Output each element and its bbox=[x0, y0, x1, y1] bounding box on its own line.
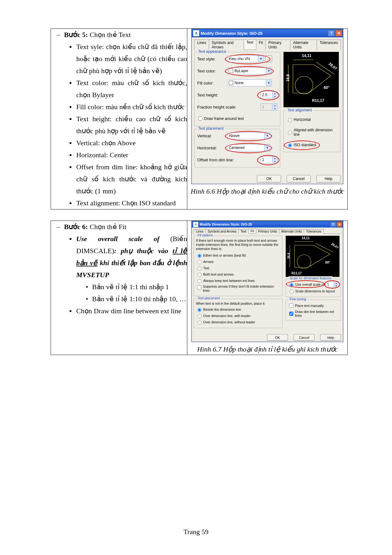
chevron-down-icon: ▼ bbox=[264, 133, 270, 139]
list-item: Horizontal: Center bbox=[69, 149, 187, 161]
radio-overall-scale[interactable]: Use overall scale of: 1 ▲▼ bbox=[288, 282, 339, 287]
radio-label: Either text or arrows (best fit) bbox=[203, 253, 246, 257]
radio-aligned[interactable]: Aligned with dimension line bbox=[286, 128, 338, 137]
help-button[interactable]: Help bbox=[320, 334, 341, 341]
draw-dim-line-checkbox[interactable]: Draw dim line between ext lines bbox=[288, 310, 339, 317]
label-horizontal: Horizontal: bbox=[197, 146, 227, 150]
radio-icon[interactable] bbox=[288, 118, 292, 122]
place-intro-text: When text is not in the default position… bbox=[196, 302, 280, 305]
tab-primary[interactable]: Primary Units bbox=[265, 40, 290, 50]
group-title: Text alignment bbox=[286, 108, 313, 112]
dialog-titlebar: A Modify Dimension Style: ISO-25 ? ✕ bbox=[192, 221, 343, 228]
radio-icon[interactable] bbox=[288, 131, 292, 135]
app-icon: A bbox=[193, 30, 199, 36]
text-color-dropdown[interactable]: ByLayer ▼ bbox=[227, 67, 272, 74]
step5-bullets: Text syle: chọn kiểu chữ đã thiết lập, h… bbox=[69, 41, 187, 209]
radio-over-noleader[interactable]: Over dimension line, without leader bbox=[196, 320, 280, 325]
radio-label: Both text and arrows bbox=[203, 272, 233, 276]
tab-text[interactable]: Text bbox=[238, 229, 248, 234]
ok-button[interactable]: OK bbox=[267, 334, 288, 341]
cancel-button[interactable]: Cancel bbox=[294, 334, 314, 341]
offset-value: 1 bbox=[262, 158, 264, 162]
radio-icon[interactable] bbox=[197, 321, 202, 325]
radio-scale-layout[interactable]: Scale dimensions to layout bbox=[288, 289, 339, 294]
help-icon[interactable]: ? bbox=[330, 222, 336, 227]
tab-alternate[interactable]: Alternate Units bbox=[279, 229, 304, 234]
step6-text-cell: – Bước 6: Chọn thẻ Fit Use overall scale… bbox=[51, 221, 187, 355]
dim-top: 14,11 bbox=[302, 236, 309, 240]
tab-symbols[interactable]: Symbols and Arrows bbox=[209, 40, 244, 50]
radio-horizontal[interactable]: Horizontal bbox=[286, 117, 338, 122]
radio-either[interactable]: Either text or arrows (best fit) bbox=[196, 253, 280, 258]
fit-intro-text: If there isn't enough room to place both… bbox=[196, 239, 280, 251]
checkbox-icon[interactable] bbox=[198, 116, 202, 121]
tab-alternate[interactable]: Alternate Units bbox=[290, 40, 317, 50]
tab-tolerances[interactable]: Tolerances bbox=[304, 229, 323, 234]
text-style-dropdown[interactable]: Kieu chu VN ▼ bbox=[227, 55, 264, 62]
radio-both[interactable]: Both text and arrows bbox=[196, 272, 280, 277]
step6-label: Bước 6: bbox=[64, 223, 88, 231]
radio-iso[interactable]: ISO standard bbox=[286, 142, 338, 147]
overall-scale-spinner[interactable]: 1 ▲▼ bbox=[326, 282, 339, 287]
group-title: Scale for dimension features bbox=[289, 276, 333, 280]
tab-lines[interactable]: Lines bbox=[194, 40, 209, 50]
fill-color-dropdown[interactable]: None ▼ bbox=[227, 79, 272, 86]
dialog-tabs: Lines Symbols and Arrows Text Fit Primar… bbox=[194, 39, 340, 50]
tab-fit[interactable]: Fit bbox=[248, 229, 256, 234]
offset-spinner[interactable]: 1 ▲▼ bbox=[260, 156, 277, 163]
help-button[interactable]: Help bbox=[316, 175, 340, 183]
fill-color-value: None bbox=[234, 81, 244, 85]
help-icon[interactable]: ? bbox=[328, 30, 335, 36]
preview-drawing bbox=[286, 236, 339, 277]
list-item: Text color: màu chữ số kích thước, chọn … bbox=[69, 77, 187, 101]
close-icon[interactable]: ✕ bbox=[335, 30, 342, 36]
label-text-style: Text style: bbox=[197, 57, 227, 61]
radio-label: Beside the dimension line bbox=[203, 308, 241, 311]
list-item: Text height: chiều cao chữ số kích thước… bbox=[69, 113, 187, 137]
place-text-manually-checkbox[interactable]: Place text manually bbox=[288, 302, 339, 309]
browse-button[interactable]: ... bbox=[265, 55, 272, 62]
text-height-spinner[interactable]: 2.5 ▲▼ bbox=[260, 91, 277, 98]
close-icon[interactable]: ✕ bbox=[337, 222, 342, 227]
tab-fit[interactable]: Fit bbox=[256, 40, 266, 50]
bi: : phụ thuộc vào bbox=[114, 247, 173, 255]
radio-icon[interactable] bbox=[288, 143, 292, 147]
vertical-dropdown[interactable]: Above ▼ bbox=[227, 132, 270, 139]
radio-icon[interactable] bbox=[197, 279, 202, 283]
draw-frame-checkbox[interactable]: Draw frame around text bbox=[197, 115, 277, 122]
radio-icon[interactable] bbox=[197, 266, 202, 271]
checkbox-icon[interactable] bbox=[289, 312, 293, 316]
dimension-style-dialog-text: A Modify Dimension Style: ISO-25 ? ✕ Lin… bbox=[191, 29, 343, 184]
tab-tolerances[interactable]: Tolerances bbox=[317, 40, 341, 50]
radio-icon[interactable] bbox=[197, 308, 202, 312]
list-item: Bản vẽ tỉ lệ 1:10 thì nhập 10, … bbox=[86, 293, 187, 305]
radio-beside[interactable]: Beside the dimension line bbox=[196, 307, 280, 312]
fraction-scale-spinner: 1 ▲▼ bbox=[260, 103, 277, 110]
checkbox-icon[interactable] bbox=[289, 303, 293, 308]
check-label: Draw dim line between ext lines bbox=[295, 310, 339, 317]
radio-text[interactable]: Text bbox=[196, 265, 280, 271]
radio-icon[interactable] bbox=[289, 283, 294, 287]
horizontal-dropdown[interactable]: Centered ▼ bbox=[227, 144, 270, 151]
ok-button[interactable]: OK bbox=[257, 175, 281, 183]
radio-over-leader[interactable]: Over dimension line, with leader bbox=[196, 313, 280, 318]
preview-drawing bbox=[283, 52, 339, 107]
radio-arrows[interactable]: Arrows bbox=[196, 259, 280, 264]
suppress-arrows-checkbox[interactable]: Suppress arrows if they don't fit inside… bbox=[196, 284, 280, 293]
radio-icon[interactable] bbox=[197, 260, 202, 264]
label-text-color: Text color: bbox=[197, 69, 227, 73]
radio-icon[interactable] bbox=[197, 314, 202, 318]
radio-icon[interactable] bbox=[197, 254, 202, 258]
cancel-button[interactable]: Cancel bbox=[287, 175, 311, 183]
radio-label: Over dimension line, without leader bbox=[203, 320, 255, 324]
radio-always[interactable]: Always keep text between ext lines bbox=[196, 278, 280, 283]
tab-text[interactable]: Text bbox=[244, 39, 256, 50]
tab-primary[interactable]: Primary Units bbox=[256, 229, 279, 234]
group-text-placement: Text placement When text is not in the d… bbox=[194, 299, 283, 328]
text-style-value: Kieu chu VN bbox=[229, 57, 250, 61]
radio-label: Text bbox=[203, 266, 209, 270]
radio-icon[interactable] bbox=[289, 290, 294, 294]
step6-bullets: Use overall scale of (Biến DIMSCALE): ph… bbox=[69, 233, 187, 317]
radio-icon[interactable] bbox=[197, 273, 202, 277]
checkbox-icon[interactable] bbox=[197, 285, 201, 290]
